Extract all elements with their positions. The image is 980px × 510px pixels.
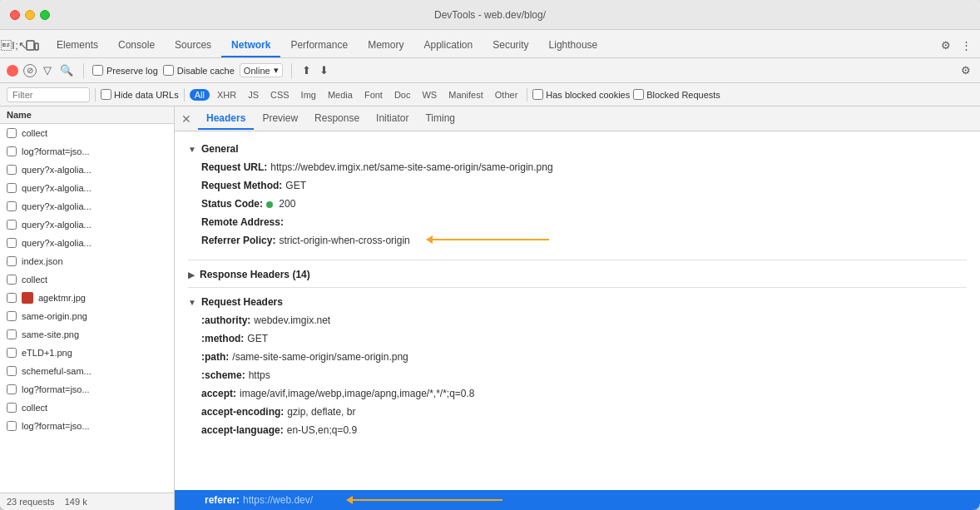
search-icon[interactable]: 🔍 — [58, 64, 75, 77]
file-item-query-4[interactable]: query?x-algolia... — [0, 215, 174, 234]
detail-close-button[interactable]: ✕ — [181, 113, 191, 125]
blocked-requests-checkbox[interactable]: Blocked Requests — [633, 89, 720, 100]
referer-row[interactable]: referer: https://web.dev/ — [175, 490, 980, 510]
filter-input[interactable] — [7, 87, 90, 102]
file-item-index-json[interactable]: index.json — [0, 252, 174, 270]
file-item-log-3[interactable]: log?format=jso... — [0, 417, 174, 435]
cursor-icon[interactable]: Ⅰ;↖ — [7, 37, 22, 52]
tab-performance[interactable]: Performance — [280, 34, 358, 57]
file-item-log-1[interactable]: log?format=jso... — [0, 142, 174, 161]
filter-type-font[interactable]: Font — [360, 89, 387, 101]
tab-elements[interactable]: Elements — [47, 34, 108, 57]
file-item-query-2[interactable]: query?x-algolia... — [0, 179, 174, 197]
filter-sep-3 — [527, 88, 527, 102]
detail-tabs: ✕ Headers Preview Response Initiator Tim… — [175, 106, 980, 131]
throttle-select[interactable]: Online ▾ — [240, 63, 283, 77]
file-item-collect-1[interactable]: collect — [0, 124, 174, 142]
tab-security[interactable]: Security — [483, 34, 538, 57]
file-checkbox[interactable] — [7, 256, 17, 266]
disable-cache-checkbox[interactable]: Disable cache — [163, 65, 235, 76]
has-blocked-cookies-checkbox[interactable]: Has blocked cookies — [532, 89, 630, 100]
file-checkbox[interactable] — [7, 348, 17, 358]
file-checkbox[interactable] — [7, 366, 17, 376]
has-blocked-cookies-input[interactable] — [532, 89, 543, 100]
detail-tab-initiator[interactable]: Initiator — [368, 108, 417, 130]
file-item-agektmr-jpg[interactable]: agektmr.jpg — [0, 289, 174, 307]
file-item-etld-png[interactable]: eTLD+1.png — [0, 344, 174, 362]
file-item-schemeful[interactable]: schemeful-sam... — [0, 362, 174, 380]
file-item-collect-3[interactable]: collect — [0, 399, 174, 417]
close-button[interactable] — [10, 10, 20, 20]
file-item-log-2[interactable]: log?format=jso... — [0, 380, 174, 399]
filter-type-all[interactable]: All — [190, 89, 210, 101]
filter-type-manifest[interactable]: Manifest — [444, 89, 488, 101]
header-scheme: :scheme: https — [201, 366, 967, 384]
filter-type-xhr[interactable]: XHR — [213, 89, 240, 101]
file-item-query-5[interactable]: query?x-algolia... — [0, 234, 174, 252]
file-checkbox[interactable] — [7, 201, 17, 211]
file-checkbox[interactable] — [7, 238, 17, 248]
file-checkbox[interactable] — [7, 421, 17, 431]
maximize-button[interactable] — [40, 10, 50, 20]
file-checkbox[interactable] — [7, 293, 17, 303]
file-item-query-3[interactable]: query?x-algolia... — [0, 197, 174, 215]
tab-sources[interactable]: Sources — [165, 34, 221, 57]
file-checkbox[interactable] — [7, 165, 17, 175]
response-headers-section-header[interactable]: ▶ Response Headers (14) — [188, 264, 967, 284]
settings-icon[interactable]: ⚙ — [938, 37, 953, 52]
file-checkbox[interactable] — [7, 128, 17, 138]
file-checkbox[interactable] — [7, 183, 17, 193]
detail-tab-response[interactable]: Response — [306, 108, 368, 130]
record-button[interactable] — [7, 65, 18, 77]
file-checkbox[interactable] — [7, 146, 17, 156]
filter-type-css[interactable]: CSS — [266, 89, 294, 101]
more-icon[interactable]: ⋮ — [958, 37, 973, 52]
filter-type-media[interactable]: Media — [324, 89, 357, 101]
filter-type-other[interactable]: Other — [491, 89, 522, 101]
preserve-log-input[interactable] — [92, 65, 103, 76]
upload-icon[interactable]: ⬆ — [300, 64, 313, 77]
detail-tab-timing[interactable]: Timing — [417, 108, 463, 130]
tab-console[interactable]: Console — [108, 34, 165, 57]
preserve-log-checkbox[interactable]: Preserve log — [92, 65, 158, 76]
filter-icon[interactable]: ▽ — [42, 64, 53, 77]
detail-tab-headers[interactable]: Headers — [198, 108, 254, 130]
blocked-requests-input[interactable] — [633, 89, 644, 100]
hide-data-urls-input[interactable] — [101, 89, 111, 100]
file-checkbox[interactable] — [7, 384, 17, 394]
minimize-button[interactable] — [25, 10, 35, 20]
left-panel: Name collect log?format=jso... query?x-a… — [0, 106, 175, 510]
filter-type-js[interactable]: JS — [244, 89, 263, 101]
hide-data-urls-checkbox[interactable]: Hide data URLs — [101, 89, 179, 100]
file-item-query-1[interactable]: query?x-algolia... — [0, 161, 174, 179]
file-checkbox[interactable] — [7, 311, 17, 321]
detail-tab-preview[interactable]: Preview — [254, 108, 306, 130]
file-item-same-site-png[interactable]: same-site.png — [0, 325, 174, 344]
file-item-collect-2[interactable]: collect — [0, 270, 174, 289]
filter-type-doc[interactable]: Doc — [390, 89, 415, 101]
request-headers-arrow-icon: ▼ — [188, 298, 196, 307]
clear-button[interactable]: ⊘ — [23, 64, 37, 77]
general-section-body: Request URL: https://webdev.imgix.net/sa… — [188, 158, 967, 256]
tab-lighthouse[interactable]: Lighthouse — [539, 34, 608, 57]
network-settings-icon[interactable]: ⚙ — [958, 63, 973, 78]
tab-network[interactable]: Network — [221, 34, 280, 57]
disable-cache-input[interactable] — [163, 65, 174, 76]
device-toggle-icon[interactable] — [25, 37, 40, 52]
download-icon[interactable]: ⬇ — [318, 64, 330, 77]
file-checkbox[interactable] — [7, 403, 17, 413]
general-section-header[interactable]: ▼ General — [188, 138, 967, 158]
file-checkbox[interactable] — [7, 329, 17, 339]
tab-application[interactable]: Application — [413, 34, 483, 57]
referer-value[interactable]: https://web.dev/ — [243, 494, 313, 506]
referrer-policy-row: Referrer Policy: strict-origin-when-cros… — [201, 231, 967, 250]
filter-type-img[interactable]: Img — [297, 89, 320, 101]
main-area: Name collect log?format=jso... query?x-a… — [0, 106, 980, 510]
tab-memory[interactable]: Memory — [358, 34, 413, 57]
referer-label: referer: — [205, 494, 240, 506]
request-headers-section-header[interactable]: ▼ Request Headers — [188, 291, 967, 311]
filter-type-ws[interactable]: WS — [418, 89, 441, 101]
file-checkbox[interactable] — [7, 220, 17, 230]
file-item-same-origin-png[interactable]: same-origin.png — [0, 307, 174, 325]
file-checkbox[interactable] — [7, 275, 17, 285]
